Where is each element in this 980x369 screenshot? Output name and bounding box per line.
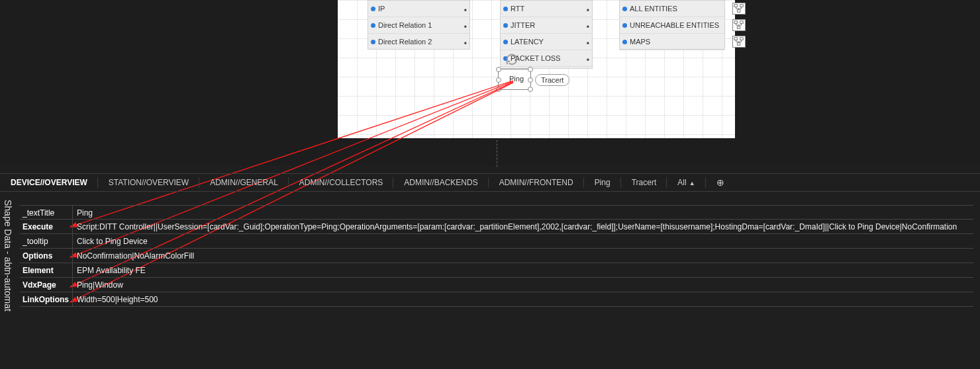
prop-value[interactable]: Click to Ping Device	[73, 234, 973, 248]
resize-handle-icon[interactable]	[528, 67, 533, 72]
item-label: LATENCY	[511, 38, 544, 46]
prop-value[interactable]: Ping	[73, 206, 973, 219]
table-row[interactable]: Element EPM Availability FE	[20, 263, 973, 278]
shape-data-table: _textTitle Ping Execute Script:DITT Cont…	[20, 205, 973, 307]
tab-tracert[interactable]: Tracert	[621, 173, 667, 192]
prop-key: Element	[20, 263, 73, 277]
rotate-handle-icon[interactable]	[505, 52, 519, 67]
tab-all-dropdown[interactable]: All▲	[667, 173, 705, 192]
plus-icon: ⊕	[716, 177, 724, 188]
table-row[interactable]: _textTitle Ping	[20, 205, 973, 220]
caret-up-icon: ▲	[689, 180, 695, 186]
tab-label: Tracert	[632, 178, 657, 187]
tab-ping[interactable]: Ping	[584, 173, 621, 192]
list-item[interactable]: RTT •	[501, 1, 592, 17]
list-item[interactable]: MAPS	[620, 34, 724, 50]
shape-label: Tracert	[541, 76, 564, 84]
prop-value[interactable]: Width=500|Height=500	[73, 292, 973, 306]
item-label: RTT	[511, 5, 524, 13]
topology-icon[interactable]	[732, 36, 746, 48]
tab-station-overview[interactable]: STATION//OVERVIEW	[98, 173, 199, 192]
list-item[interactable]: IP •	[368, 1, 469, 17]
status-dot-icon	[503, 23, 508, 28]
prop-key: VdxPage	[20, 278, 73, 292]
page-tab-bar: DEVICE//OVERVIEW STATION//OVERVIEW ADMIN…	[0, 173, 980, 192]
tab-admin-general[interactable]: ADMIN//GENERAL	[199, 173, 289, 192]
item-label: ALL ENTITIES	[630, 5, 677, 13]
item-label: JITTER	[511, 21, 535, 29]
svg-rect-6	[734, 38, 737, 40]
status-dot-icon	[622, 40, 627, 44]
bullet-icon: •	[587, 52, 589, 69]
shape-data-panel-title: Shape Data - abtn-automat	[3, 200, 13, 311]
ping-shape-selected[interactable]: Ping	[498, 69, 531, 90]
status-dot-icon	[503, 40, 508, 44]
tab-admin-frontend[interactable]: ADMIN//FRONTEND	[489, 173, 584, 192]
prop-key: _textTitle	[20, 206, 73, 219]
status-dot-icon	[622, 7, 627, 11]
prop-key: Options	[20, 249, 73, 263]
bullet-icon: •	[464, 36, 467, 52]
tab-device-overview[interactable]: DEVICE//OVERVIEW	[0, 173, 98, 192]
list-item[interactable]: LATENCY •	[501, 34, 592, 50]
tab-label: STATION//OVERVIEW	[109, 178, 189, 187]
splitter-handle[interactable]	[497, 140, 497, 167]
tab-admin-collectors[interactable]: ADMIN//COLLECTORS	[289, 173, 393, 192]
topology-icon[interactable]	[732, 3, 746, 15]
prop-value[interactable]: Script:DITT Controller||UserSession=[car…	[73, 220, 973, 233]
status-dot-icon	[503, 7, 508, 11]
table-row[interactable]: VdxPage Ping|Window	[20, 278, 973, 292]
list-item[interactable]: ALL ENTITIES	[620, 1, 724, 17]
table-row[interactable]: Execute Script:DITT Controller||UserSess…	[20, 220, 973, 234]
item-label: Direct Relation 1	[378, 21, 432, 29]
tracert-shape[interactable]: Tracert	[535, 74, 569, 86]
drawing-canvas[interactable]: IP • Direct Relation 1 • Direct Relation…	[338, 0, 735, 138]
group-metrics[interactable]: RTT • JITTER • LATENCY • PACKET LOSS •	[500, 0, 593, 69]
tab-label: ADMIN//COLLECTORS	[299, 178, 383, 187]
prop-key: _tooltip	[20, 234, 73, 248]
tab-label: ADMIN//GENERAL	[210, 178, 278, 187]
status-dot-icon	[371, 23, 375, 28]
tab-label: ADMIN//FRONTEND	[499, 178, 573, 187]
group-identity[interactable]: IP • Direct Relation 1 • Direct Relation…	[368, 0, 470, 50]
resize-handle-icon[interactable]	[496, 87, 501, 92]
list-item[interactable]: UNREACHABLE ENTITIES	[620, 17, 724, 34]
resize-handle-icon[interactable]	[528, 77, 533, 83]
svg-rect-1	[740, 5, 743, 7]
table-row[interactable]: LinkOptions Width=500|Height=500	[20, 292, 973, 307]
item-label: Direct Relation 2	[378, 38, 432, 46]
prop-value[interactable]: Ping|Window	[73, 278, 973, 292]
status-dot-icon	[622, 23, 627, 28]
svg-rect-4	[740, 21, 743, 24]
add-tab-button[interactable]: ⊕	[706, 173, 727, 192]
item-label: MAPS	[630, 38, 650, 46]
list-item[interactable]: Direct Relation 2 •	[368, 34, 469, 50]
resize-handle-icon[interactable]	[528, 87, 533, 92]
app-root: IP • Direct Relation 1 • Direct Relation…	[0, 0, 980, 369]
tab-label: DEVICE//OVERVIEW	[11, 178, 87, 187]
svg-rect-7	[740, 38, 743, 40]
svg-rect-8	[737, 43, 740, 46]
prop-key: Execute	[20, 220, 73, 233]
prop-value[interactable]: EPM Availability FE	[73, 263, 973, 277]
status-dot-icon	[371, 40, 375, 44]
tab-label: All	[677, 178, 686, 187]
table-row[interactable]: Options NoConfirmation|NoAlarmColorFill	[20, 249, 973, 263]
shape-label: Ping	[509, 75, 524, 83]
tab-label: ADMIN//BACKENDS	[404, 178, 477, 187]
prop-value[interactable]: NoConfirmation|NoAlarmColorFill	[73, 249, 973, 263]
resize-handle-icon[interactable]	[496, 77, 501, 83]
prop-key: LinkOptions	[20, 292, 73, 306]
tab-admin-backends[interactable]: ADMIN//BACKENDS	[393, 173, 488, 192]
svg-rect-5	[737, 26, 740, 29]
list-item[interactable]: Direct Relation 1 •	[368, 17, 469, 34]
table-row[interactable]: _tooltip Click to Ping Device	[20, 234, 973, 249]
list-item[interactable]: JITTER •	[501, 17, 592, 34]
svg-rect-2	[737, 10, 740, 13]
group-views[interactable]: ALL ENTITIES UNREACHABLE ENTITIES MAPS	[619, 0, 725, 50]
resize-handle-icon[interactable]	[496, 67, 501, 72]
topology-icon[interactable]	[732, 19, 746, 31]
status-dot-icon	[371, 7, 375, 11]
diagram-area: IP • Direct Relation 1 • Direct Relation…	[0, 0, 980, 165]
svg-rect-3	[734, 21, 737, 24]
